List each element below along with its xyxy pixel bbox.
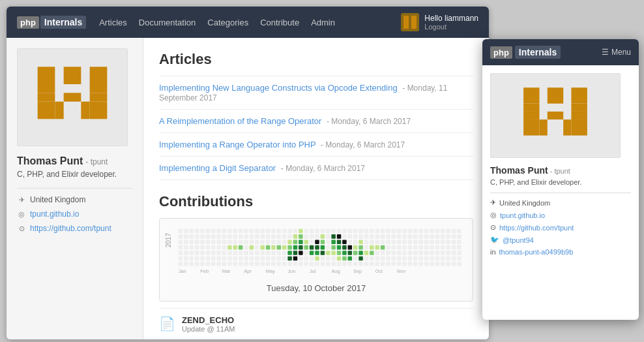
svg-rect-89 xyxy=(233,229,238,234)
svg-rect-401 xyxy=(548,112,563,119)
svg-rect-128 xyxy=(260,251,265,255)
svg-rect-121 xyxy=(255,251,259,255)
svg-rect-102 xyxy=(239,262,243,266)
svg-rect-13 xyxy=(64,93,81,101)
mobile-meta-github: ⊙ https://github.com/tpunt xyxy=(490,223,631,232)
svg-rect-45 xyxy=(195,256,199,261)
svg-rect-176 xyxy=(299,245,303,250)
svg-rect-298 xyxy=(392,262,396,266)
article-item: A Reimplementation of the Range Operator… xyxy=(159,110,473,133)
mobile-meta-website: ◎ tpunt.github.io xyxy=(490,211,631,219)
svg-rect-72 xyxy=(216,251,221,255)
svg-text:Nov: Nov xyxy=(397,268,406,274)
svg-rect-260 xyxy=(364,245,369,250)
svg-rect-41 xyxy=(195,234,199,239)
github-link[interactable]: https://github.com/tpunt xyxy=(30,224,111,233)
svg-rect-36 xyxy=(189,245,194,250)
svg-rect-154 xyxy=(282,240,287,244)
svg-rect-290 xyxy=(386,256,390,261)
svg-rect-168 xyxy=(293,240,298,244)
svg-rect-84 xyxy=(227,240,232,244)
logout-link[interactable]: Logout xyxy=(424,23,478,31)
svg-rect-92 xyxy=(233,245,238,250)
svg-rect-52 xyxy=(200,256,205,261)
mobile-linkedin-link[interactable]: thomas-punt-a0499b9b xyxy=(499,248,574,256)
svg-text:Aug: Aug xyxy=(331,268,340,274)
svg-rect-111 xyxy=(250,234,254,239)
svg-rect-147 xyxy=(277,240,282,244)
svg-rect-169 xyxy=(293,245,298,250)
svg-rect-286 xyxy=(386,234,390,239)
article-link-0[interactable]: Implementing New Language Constructs via… xyxy=(159,83,398,93)
svg-rect-161 xyxy=(287,240,292,244)
svg-rect-66 xyxy=(211,256,216,261)
svg-text:Sep: Sep xyxy=(353,268,362,274)
svg-rect-316 xyxy=(408,245,413,250)
svg-rect-233 xyxy=(342,251,347,255)
article-link-1[interactable]: A Reimplementation of the Range Operator xyxy=(159,116,321,126)
mobile-github-link[interactable]: https://github.com/tpunt xyxy=(499,224,574,232)
svg-rect-301 xyxy=(397,240,402,244)
main-window: php Internals Articles Documentation Cat… xyxy=(7,7,489,339)
article-link-2[interactable]: Implementing a Range Operator into PHP xyxy=(159,140,315,149)
article-date-2: - Monday, 6 March 2017 xyxy=(321,140,405,149)
svg-rect-289 xyxy=(386,251,390,255)
svg-rect-192 xyxy=(310,256,314,261)
svg-rect-372 xyxy=(452,245,456,250)
svg-rect-141 xyxy=(271,245,276,250)
mobile-logo[interactable]: php Internals xyxy=(490,46,561,59)
svg-rect-359 xyxy=(441,251,445,255)
website-link[interactable]: tpunt.github.io xyxy=(30,210,79,219)
svg-rect-263 xyxy=(364,262,369,266)
svg-rect-206 xyxy=(321,256,325,261)
svg-rect-74 xyxy=(216,262,221,266)
mobile-location-icon: ✈ xyxy=(490,198,496,207)
svg-rect-364 xyxy=(446,240,450,244)
svg-rect-335 xyxy=(424,234,429,239)
svg-rect-318 xyxy=(408,256,413,261)
svg-rect-368 xyxy=(446,262,450,266)
svg-rect-253 xyxy=(359,245,363,250)
mobile-twitter-link[interactable]: @tpunt94 xyxy=(503,236,534,244)
svg-rect-269 xyxy=(370,256,374,261)
svg-rect-280 xyxy=(381,240,385,244)
svg-rect-50 xyxy=(200,245,205,250)
contrib-selected-date: Tuesday, 10 October 2017 xyxy=(165,283,467,293)
svg-rect-279 xyxy=(381,234,385,239)
svg-rect-267 xyxy=(370,245,374,250)
svg-rect-331 xyxy=(419,251,424,255)
svg-rect-148 xyxy=(277,245,282,250)
svg-rect-258 xyxy=(364,234,369,239)
mobile-menu-button[interactable]: ☰ Menu xyxy=(602,48,631,57)
svg-rect-237 xyxy=(348,234,353,239)
article-item: Implementing New Language Constructs via… xyxy=(159,76,473,110)
svg-rect-187 xyxy=(310,229,314,234)
mobile-meta-linkedin: in thomas-punt-a0499b9b xyxy=(490,248,631,256)
svg-rect-377 xyxy=(457,234,461,239)
svg-rect-284 xyxy=(381,262,385,266)
nav-articles[interactable]: Articles xyxy=(99,18,127,27)
nav-admin[interactable]: Admin xyxy=(311,18,335,27)
svg-rect-346 xyxy=(430,256,434,261)
svg-rect-219 xyxy=(331,251,336,255)
mobile-website-link[interactable]: tpunt.github.io xyxy=(500,211,545,219)
nav-contribute[interactable]: Contribute xyxy=(260,18,299,27)
svg-rect-259 xyxy=(364,240,369,244)
svg-rect-353 xyxy=(435,256,440,261)
svg-rect-14 xyxy=(90,93,108,101)
svg-rect-268 xyxy=(370,251,374,255)
nav-documentation[interactable]: Documentation xyxy=(139,18,196,27)
svg-rect-226 xyxy=(337,251,342,255)
svg-rect-370 xyxy=(452,234,456,239)
svg-rect-216 xyxy=(331,234,336,239)
svg-rect-79 xyxy=(222,251,227,255)
svg-text:Feb: Feb xyxy=(200,268,209,274)
svg-rect-20 xyxy=(179,234,183,239)
svg-rect-304 xyxy=(397,256,402,261)
svg-rect-30 xyxy=(184,251,188,255)
sidebar-divider xyxy=(17,188,132,189)
logo[interactable]: php Internals xyxy=(17,16,86,29)
svg-rect-39 xyxy=(189,262,194,266)
article-link-3[interactable]: Implementing a Digit Separator xyxy=(159,163,276,173)
nav-categories[interactable]: Categories xyxy=(207,18,248,27)
